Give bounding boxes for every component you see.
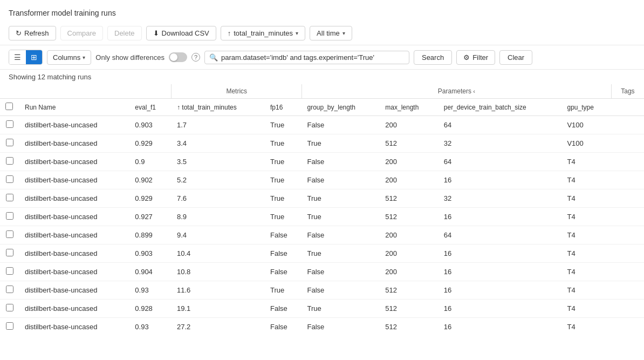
table-row: distilbert-base-uncased 0.929 7.6 True T…: [0, 189, 644, 208]
cell-per-device-batch: 16: [439, 300, 562, 318]
row-checkbox[interactable]: [6, 322, 13, 330]
cell-fp16: True: [265, 134, 302, 153]
cell-eval-f1: 0.904: [129, 263, 172, 281]
filter-button[interactable]: ⚙ Filter: [456, 50, 495, 65]
cell-eval-f1: 0.899: [129, 226, 172, 244]
cell-eval-f1: 0.9: [129, 153, 172, 171]
row-checkbox[interactable]: [6, 194, 13, 201]
delete-button: Delete: [107, 26, 142, 40]
grid-view-button[interactable]: ⊞: [26, 50, 42, 64]
toolbar: ↻ Refresh Compare Delete ⬇ Download CSV …: [0, 22, 644, 45]
cell-per-device-batch: 32: [439, 189, 562, 208]
row-checkbox[interactable]: [6, 175, 13, 183]
refresh-button[interactable]: ↻ Refresh: [9, 26, 56, 40]
cell-eval-f1: 0.903: [129, 116, 172, 134]
row-checkbox-cell: [0, 116, 19, 134]
header-per-device-batch: per_device_train_batch_size: [439, 99, 562, 116]
list-view-button[interactable]: ☰: [9, 50, 26, 64]
cell-per-device-batch: 16: [439, 244, 562, 263]
section-header-row: Metrics Parameters ‹ Tags: [0, 84, 644, 99]
cell-max-length: 200: [380, 171, 439, 189]
row-checkbox[interactable]: [6, 286, 13, 293]
cell-run-name: distilbert-base-uncased: [19, 171, 129, 189]
row-checkbox-cell: [0, 226, 19, 244]
cell-max-length: 512: [380, 189, 439, 208]
cell-gpu-type: T4: [561, 226, 611, 244]
cell-group-by-length: False: [302, 226, 380, 244]
cell-total-train-minutes: 3.4: [172, 134, 265, 153]
clear-button[interactable]: Clear: [499, 50, 532, 65]
cell-eval-f1: 0.927: [129, 208, 172, 226]
help-icon[interactable]: ?: [191, 53, 200, 62]
table-row: distilbert-base-uncased 0.93 27.2 False …: [0, 318, 644, 333]
row-checkbox[interactable]: [6, 230, 13, 238]
cell-group-by-length: True: [302, 244, 380, 263]
time-range-dropdown[interactable]: All time ▾: [310, 26, 352, 40]
cell-eval-f1: 0.93: [129, 318, 172, 333]
row-checkbox[interactable]: [6, 157, 13, 165]
header-eval-f1: eval_f1: [129, 99, 172, 116]
table-row: distilbert-base-uncased 0.902 5.2 True F…: [0, 171, 644, 189]
cell-max-length: 512: [380, 318, 439, 333]
cell-fp16: False: [265, 226, 302, 244]
header-max-length: max_length: [380, 99, 439, 116]
cell-eval-f1: 0.903: [129, 244, 172, 263]
row-checkbox[interactable]: [6, 120, 13, 128]
cell-group-by-length: True: [302, 134, 380, 153]
section-metrics: Metrics: [172, 84, 302, 99]
table-row: distilbert-base-uncased 0.9 3.5 True Fal…: [0, 153, 644, 171]
table-row: distilbert-base-uncased 0.899 9.4 False …: [0, 226, 644, 244]
cell-group-by-length: True: [302, 300, 380, 318]
table-row: distilbert-base-uncased 0.929 3.4 True T…: [0, 134, 644, 153]
cell-max-length: 200: [380, 244, 439, 263]
columns-button[interactable]: Columns ▾: [47, 50, 91, 65]
cell-max-length: 200: [380, 263, 439, 281]
sort-icon: ↑: [228, 29, 231, 37]
search-input[interactable]: [221, 53, 405, 62]
row-checkbox[interactable]: [6, 212, 13, 220]
cell-run-name: distilbert-base-uncased: [19, 226, 129, 244]
cell-total-train-minutes: 10.8: [172, 263, 265, 281]
diff-toggle-switch[interactable]: [169, 52, 187, 62]
cell-fp16: False: [265, 263, 302, 281]
refresh-icon: ↻: [16, 29, 22, 37]
row-checkbox[interactable]: [6, 267, 13, 275]
download-icon: ⬇: [153, 29, 159, 37]
table-row: distilbert-base-uncased 0.928 19.1 False…: [0, 300, 644, 318]
cell-total-train-minutes: 11.6: [172, 281, 265, 300]
cell-run-name: distilbert-base-uncased: [19, 208, 129, 226]
cell-total-train-minutes: 3.5: [172, 153, 265, 171]
section-tags: Tags: [611, 84, 644, 99]
cell-per-device-batch: 32: [439, 134, 562, 153]
row-checkbox[interactable]: [6, 249, 13, 256]
sort-dropdown[interactable]: ↑ total_train_minutes ▾: [221, 26, 305, 40]
cell-gpu-type: V100: [561, 134, 611, 153]
row-checkbox-cell: [0, 134, 19, 153]
search-button[interactable]: Search: [414, 50, 452, 65]
row-checkbox[interactable]: [6, 139, 13, 146]
select-all-checkbox[interactable]: [5, 103, 13, 110]
cell-run-name: distilbert-base-uncased: [19, 244, 129, 263]
download-csv-button[interactable]: ⬇ Download CSV: [146, 26, 216, 40]
header-total-train-minutes: ↑ total_train_minutes: [172, 99, 265, 116]
cell-per-device-batch: 16: [439, 208, 562, 226]
cell-fp16: False: [265, 300, 302, 318]
cell-total-train-minutes: 5.2: [172, 171, 265, 189]
cell-max-length: 512: [380, 208, 439, 226]
cell-max-length: 200: [380, 226, 439, 244]
row-checkbox[interactable]: [6, 304, 13, 311]
parameters-chevron[interactable]: ‹: [473, 88, 475, 94]
cell-run-name: distilbert-base-uncased: [19, 116, 129, 134]
filter-row: ☰ ⊞ Columns ▾ Only show differences ? 🔍 …: [0, 45, 644, 70]
row-checkbox-cell: [0, 208, 19, 226]
header-run-name: Run Name: [19, 99, 129, 116]
row-checkbox-cell: [0, 153, 19, 171]
diff-toggle-container: Only show differences: [95, 52, 187, 62]
filter-icon: ⚙: [463, 53, 470, 62]
run-count: Showing 12 matching runs: [0, 70, 644, 84]
table-row: distilbert-base-uncased 0.927 8.9 True T…: [0, 208, 644, 226]
header-gpu-type: gpu_type: [561, 99, 611, 116]
cell-total-train-minutes: 19.1: [172, 300, 265, 318]
table-row: distilbert-base-uncased 0.903 1.7 True F…: [0, 116, 644, 134]
cell-run-name: distilbert-base-uncased: [19, 134, 129, 153]
